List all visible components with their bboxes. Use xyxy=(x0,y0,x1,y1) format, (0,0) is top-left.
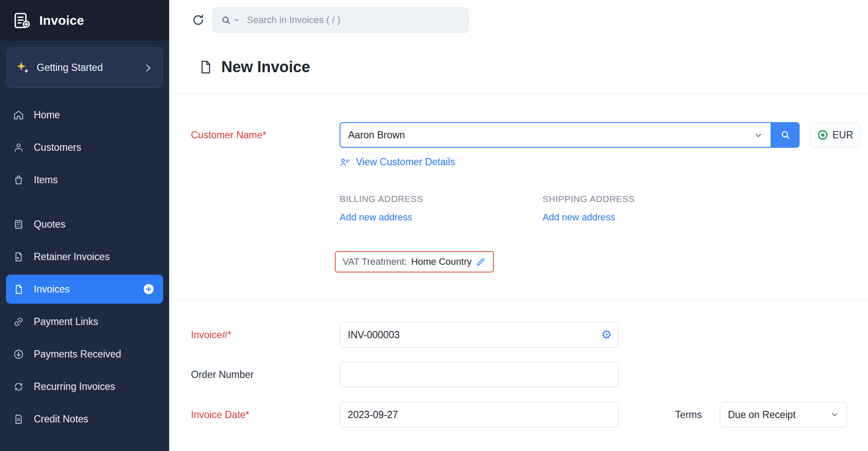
chevron-down-icon xyxy=(830,410,839,419)
credit-notes-icon xyxy=(13,413,24,425)
sidebar-item-customers[interactable]: Customers xyxy=(0,131,169,164)
search-input[interactable] xyxy=(247,15,460,26)
invoices-icon xyxy=(13,284,24,295)
page-title: New Invoice xyxy=(221,58,310,76)
getting-started-content: Getting Started xyxy=(37,62,143,73)
invoice-number-field: ⚙ xyxy=(340,322,619,348)
topbar xyxy=(169,0,868,41)
section-divider xyxy=(169,301,868,301)
customer-name-combobox xyxy=(340,122,771,148)
sidebar-item-label: Items xyxy=(34,174,58,186)
home-icon xyxy=(13,109,24,121)
sidebar-item-retainer-invoices[interactable]: Retainer Invoices xyxy=(0,240,169,273)
vat-treatment-label: VAT Treatment: xyxy=(343,256,407,267)
edit-pencil-icon[interactable] xyxy=(476,257,486,267)
sidebar-item-label: Quotes xyxy=(34,219,65,230)
items-icon xyxy=(13,174,24,186)
payments-received-icon xyxy=(13,348,24,360)
sparkle-icon xyxy=(15,60,31,76)
search-icon xyxy=(221,15,232,26)
sidebar-item-label: Payments Received xyxy=(34,348,121,360)
global-search[interactable] xyxy=(213,7,469,33)
getting-started-card[interactable]: Getting Started xyxy=(6,47,163,88)
order-number-label: Order Number xyxy=(191,369,340,381)
refresh-button[interactable] xyxy=(191,13,205,27)
currency-button[interactable]: EUR xyxy=(810,122,860,148)
quotes-icon xyxy=(13,219,24,230)
billing-address-heading: BILLING ADDRESS xyxy=(340,194,423,204)
sidebar-item-payments-received[interactable]: Payments Received xyxy=(0,338,169,370)
getting-started-label: Getting Started xyxy=(37,62,103,73)
invoice-number-input[interactable] xyxy=(340,322,619,348)
customer-search-button[interactable] xyxy=(771,122,800,148)
shipping-address-heading: SHIPPING ADDRESS xyxy=(542,194,635,204)
recurring-invoices-icon xyxy=(13,381,24,392)
app-title: Invoice xyxy=(39,13,84,28)
invoice-number-row: Invoice#* ⚙ xyxy=(191,322,619,348)
currency-icon xyxy=(817,129,828,141)
sidebar-item-home[interactable]: Home xyxy=(0,99,169,131)
currency-code: EUR xyxy=(833,129,853,141)
invoice-date-label: Invoice Date* xyxy=(191,409,340,421)
view-customer-details-label: View Customer Details xyxy=(356,156,455,168)
sidebar-item-label: Invoices xyxy=(34,284,70,295)
sidebar-item-label: Credit Notes xyxy=(34,413,88,425)
terms-group: Terms Due on Receipt xyxy=(675,402,847,428)
app-header: Invoice xyxy=(0,0,169,41)
customers-icon xyxy=(13,142,24,153)
sidebar-item-label: Retainer Invoices xyxy=(34,251,110,263)
terms-value: Due on Receipt xyxy=(728,409,796,421)
retainer-invoices-icon xyxy=(13,251,24,263)
sidebar-item-label: Home xyxy=(34,109,60,121)
add-billing-address-link[interactable]: Add new address xyxy=(340,212,412,223)
chevron-down-icon[interactable] xyxy=(754,131,763,140)
add-invoice-icon[interactable] xyxy=(143,283,155,295)
invoice-number-label: Invoice#* xyxy=(191,329,340,341)
customer-name-label: Customer Name* xyxy=(191,129,340,141)
sidebar-item-recurring-invoices[interactable]: Recurring Invoices xyxy=(0,370,169,403)
invoice-date-input[interactable] xyxy=(340,402,619,428)
payment-links-icon xyxy=(13,316,24,328)
search-scope-chevron-icon[interactable] xyxy=(233,17,240,23)
add-shipping-address-link[interactable]: Add new address xyxy=(542,212,615,223)
sidebar-item-quotes[interactable]: Quotes xyxy=(0,208,169,240)
gear-icon[interactable]: ⚙ xyxy=(601,328,612,342)
sidebar-item-label: Recurring Invoices xyxy=(34,381,115,392)
terms-label: Terms xyxy=(675,409,702,421)
sidebar-item-payment-links[interactable]: Payment Links xyxy=(0,305,169,338)
nav-group-divider xyxy=(0,196,169,208)
invoice-date-row: Invoice Date* Terms Due on Receipt xyxy=(191,402,847,428)
vat-treatment-box: VAT Treatment: Home Country xyxy=(335,251,494,272)
view-customer-details-link[interactable]: View Customer Details xyxy=(340,156,455,168)
main-area: New Invoice Customer Name* EUR View Cust… xyxy=(169,0,868,451)
sidebar: Invoice Getting Started Home Cu xyxy=(0,0,169,451)
chevron-right-icon xyxy=(143,62,154,73)
order-number-row: Order Number xyxy=(191,362,619,387)
invoice-date-field xyxy=(340,402,619,428)
customer-name-input[interactable] xyxy=(340,122,771,148)
sidebar-item-label: Customers xyxy=(34,142,81,153)
order-number-input[interactable] xyxy=(340,362,619,387)
customer-details-icon xyxy=(340,157,351,168)
terms-dropdown[interactable]: Due on Receipt xyxy=(720,402,847,428)
sidebar-item-credit-notes[interactable]: Credit Notes xyxy=(0,403,169,435)
sidebar-nav: Home Customers Items Quotes Retainer xyxy=(0,99,169,435)
new-invoice-document-icon xyxy=(197,59,214,75)
sidebar-item-items[interactable]: Items xyxy=(0,164,169,196)
vat-treatment-value: Home Country xyxy=(411,256,472,267)
customer-name-row: Customer Name* EUR xyxy=(191,122,860,148)
sidebar-item-invoices[interactable]: Invoices xyxy=(6,275,163,304)
page-header: New Invoice xyxy=(169,41,868,94)
invoice-app-logo-icon xyxy=(12,11,32,30)
sidebar-item-label: Payment Links xyxy=(34,316,98,328)
order-number-field xyxy=(340,362,619,387)
